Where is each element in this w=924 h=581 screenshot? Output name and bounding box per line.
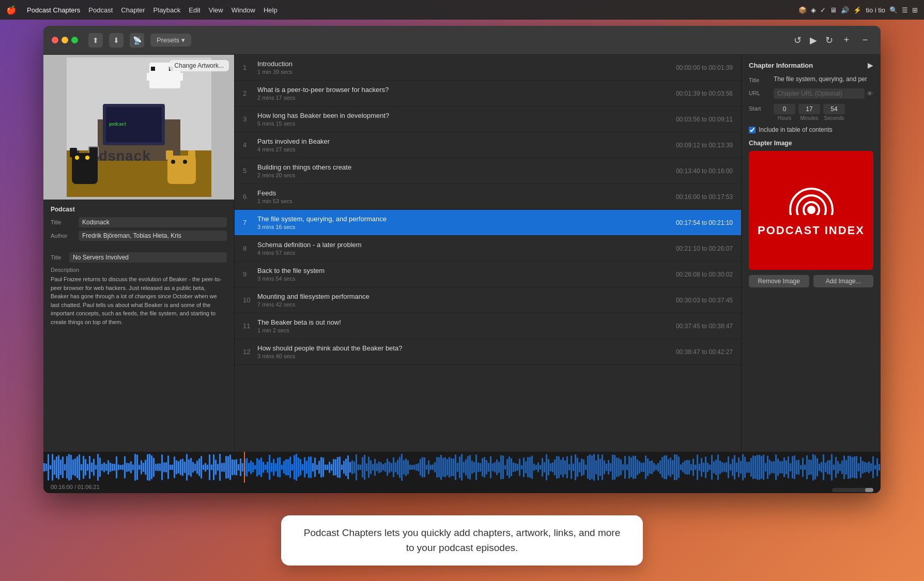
- search-icon[interactable]: 🔍: [889, 6, 898, 14]
- waveform-scrollbar[interactable]: [832, 488, 873, 492]
- chapter-row[interactable]: 1 Introduction 1 min 39 secs 00:00:00 to…: [235, 55, 741, 81]
- chapter-time: 00:17:54 to 00:21:10: [676, 219, 733, 226]
- seconds-unit: Seconds: [823, 104, 845, 121]
- chapter-title: Back to the file system: [257, 267, 668, 274]
- menu-view[interactable]: View: [205, 0, 227, 20]
- chapter-duration: 7 mins 42 secs: [257, 301, 668, 308]
- menu-chapter[interactable]: Chapter: [117, 0, 149, 20]
- chapter-duration: 3 mins 40 secs: [257, 353, 668, 359]
- toc-label: Include in table of contents: [759, 126, 833, 133]
- waveform-time: 00:16:00 / 01:06:21: [51, 484, 100, 490]
- menubar: 🍎 Podcast Chapters Podcast Chapter Playb…: [0, 0, 924, 20]
- chapter-info-header: Chapter Information ▶: [749, 61, 873, 69]
- chapter-row[interactable]: 4 Parts involved in Beaker 4 mins 27 sec…: [235, 132, 741, 158]
- dropbox-icon[interactable]: 📦: [798, 6, 807, 14]
- expand-button[interactable]: ▶: [868, 61, 873, 69]
- menu-help[interactable]: Help: [259, 0, 282, 20]
- chapter-row[interactable]: 7 The file system, querying, and perform…: [235, 210, 741, 236]
- forward-button[interactable]: ↻: [825, 35, 833, 46]
- share-up-button[interactable]: ⬆: [88, 33, 103, 48]
- pi-waves-icon: [786, 184, 837, 220]
- toc-checkbox[interactable]: [749, 127, 756, 133]
- minutes-label: Minutes: [800, 115, 818, 121]
- menu-playback[interactable]: Playback: [149, 0, 185, 20]
- podcast-author-input[interactable]: [79, 231, 227, 241]
- chapter-num: 5: [243, 167, 257, 175]
- svg-rect-23: [188, 150, 195, 160]
- close-button[interactable]: [52, 37, 58, 43]
- svg-rect-25: [183, 160, 187, 164]
- chapter-duration: 1 min 2 secs: [257, 327, 668, 333]
- add-chapter-button[interactable]: +: [839, 33, 854, 48]
- chapter-duration: 5 mins 15 secs: [257, 120, 668, 127]
- presets-arrow: ▾: [181, 36, 185, 44]
- menubar-clock: tio i tio: [866, 6, 885, 14]
- chapter-url-input[interactable]: [774, 88, 865, 99]
- minutes-input[interactable]: [798, 104, 820, 114]
- eye-icon[interactable]: 👁: [867, 90, 873, 98]
- chapter-row[interactable]: 8 Schema definition - a later problem 4 …: [235, 236, 741, 262]
- change-artwork-button[interactable]: Change Artwork...: [170, 60, 229, 71]
- chapter-main: How should people think about the Beaker…: [257, 344, 668, 359]
- control-icon[interactable]: ⊞: [912, 6, 918, 14]
- waveform-canvas[interactable]: [43, 452, 881, 483]
- chapter-row[interactable]: 10 Mounting and filesystem performance 7…: [235, 287, 741, 313]
- menu-edit[interactable]: Edit: [184, 0, 204, 20]
- rewind-button[interactable]: ↺: [794, 35, 802, 46]
- svg-rect-24: [171, 160, 175, 164]
- chapter-duration: 4 mins 27 secs: [257, 146, 668, 152]
- menu-window[interactable]: Window: [227, 0, 259, 20]
- apple-menu[interactable]: 🍎: [6, 5, 17, 15]
- chapter-num: 3: [243, 115, 257, 123]
- waveform-area[interactable]: 00:16:00 / 01:06:21: [43, 452, 881, 493]
- waveform-scroll-thumb[interactable]: [865, 488, 873, 492]
- chapter-title: Mounting and filesystem performance: [257, 293, 668, 300]
- menu-icon[interactable]: ☰: [902, 6, 908, 14]
- chapter-row[interactable]: 12 How should people think about the Bea…: [235, 339, 741, 365]
- menu-app[interactable]: Podcast Chapters: [23, 0, 84, 20]
- chapter-time: 00:00:00 to 00:01:39: [676, 64, 733, 71]
- chapter-row[interactable]: 2 What is a peer-to-peer browser for hac…: [235, 81, 741, 106]
- description-section: Description Paul Frazee returns to discu…: [43, 267, 234, 452]
- wifi-icon: ◈: [811, 6, 816, 14]
- artwork-image: >> kodsnack podcast k dsnack: [43, 55, 234, 200]
- seconds-input[interactable]: [823, 104, 845, 114]
- chapter-url-label: URL: [749, 88, 769, 96]
- menu-podcast[interactable]: Podcast: [84, 0, 117, 20]
- hours-input[interactable]: [774, 104, 795, 114]
- chapter-title: Schema definition - a later problem: [257, 241, 668, 249]
- chapter-row[interactable]: 11 The Beaker beta is out now! 1 min 2 s…: [235, 313, 741, 339]
- chapter-row[interactable]: 9 Back to the file system 3 mins 54 secs…: [235, 262, 741, 287]
- chapter-num: 12: [243, 348, 257, 356]
- chapter-row[interactable]: 3 How long has Beaker been in developmen…: [235, 106, 741, 132]
- remove-image-button[interactable]: Remove Image: [749, 275, 809, 287]
- presets-button[interactable]: Presets ▾: [150, 34, 191, 47]
- tooltip-text: Podcast Chapters lets you quickly add ch…: [302, 526, 622, 555]
- chapter-time: 00:03:56 to 00:09:11: [676, 116, 733, 123]
- chapter-title: How should people think about the Beaker…: [257, 344, 668, 352]
- info-tooltip: Podcast Chapters lets you quickly add ch…: [281, 515, 643, 565]
- chapter-title: Introduction: [257, 60, 668, 68]
- chapter-row[interactable]: 6 Feeds 1 min 53 secs 00:16:00 to 00:17:…: [235, 184, 741, 210]
- chapter-start-row: Start Hours Minutes Seconds: [749, 104, 873, 121]
- toc-row: Include in table of contents: [749, 126, 873, 133]
- chapter-title-label: Title: [749, 75, 769, 83]
- chapter-time: 00:37:45 to 00:38:47: [676, 323, 733, 330]
- maximize-button[interactable]: [71, 37, 78, 43]
- chapter-num: 7: [243, 219, 257, 226]
- podcast-title-input[interactable]: [79, 217, 227, 227]
- chapter-num: 8: [243, 244, 257, 252]
- share-down-button[interactable]: ⬇: [109, 33, 124, 48]
- podcast-index-image: PODCAST INDEX: [749, 151, 873, 270]
- play-button[interactable]: ▶: [810, 35, 817, 46]
- chapter-main: Introduction 1 min 39 secs: [257, 60, 668, 75]
- add-image-button[interactable]: Add Image...: [813, 275, 874, 287]
- remove-chapter-button[interactable]: −: [858, 33, 872, 48]
- minimize-button[interactable]: [61, 37, 68, 43]
- chapter-row[interactable]: 5 Building on things others create 2 min…: [235, 158, 741, 184]
- cast-button[interactable]: 📡: [130, 33, 144, 48]
- chapter-time: 00:26:08 to 00:30:02: [676, 271, 733, 278]
- episode-title-input[interactable]: [69, 252, 227, 263]
- episode-title-label: Title: [51, 254, 66, 261]
- display-icon: 🖥: [830, 6, 837, 14]
